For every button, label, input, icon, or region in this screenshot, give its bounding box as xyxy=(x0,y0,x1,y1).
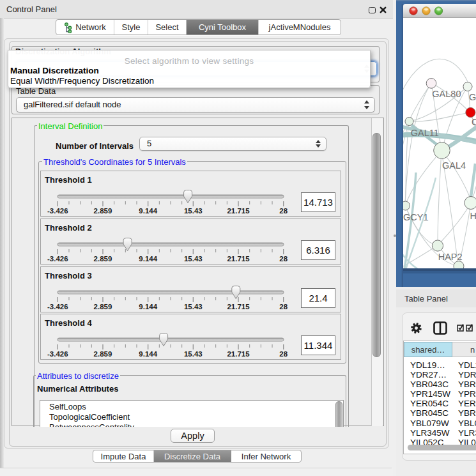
svg-text:-3.426: -3.426 xyxy=(47,350,68,358)
svg-text:28: 28 xyxy=(279,350,288,358)
svg-text:9.144: 9.144 xyxy=(139,207,157,215)
svg-text:21.715: 21.715 xyxy=(227,303,250,311)
svg-text:21.715: 21.715 xyxy=(227,255,250,263)
svg-text:2.859: 2.859 xyxy=(94,255,112,263)
svg-text:15.43: 15.43 xyxy=(184,303,203,311)
svg-text:9.144: 9.144 xyxy=(139,303,157,311)
svg-text:2.859: 2.859 xyxy=(94,207,112,215)
svg-text:C: C xyxy=(472,117,476,127)
svg-text:GAL4: GAL4 xyxy=(442,160,466,171)
svg-text:21.715: 21.715 xyxy=(227,207,250,215)
svg-text:15.43: 15.43 xyxy=(184,207,203,215)
svg-text:9.144: 9.144 xyxy=(139,255,157,263)
svg-text:H: H xyxy=(470,211,476,221)
svg-text:15.43: 15.43 xyxy=(184,255,203,263)
svg-text:21.715: 21.715 xyxy=(227,350,250,358)
svg-text:GA: GA xyxy=(469,92,476,102)
svg-text:28: 28 xyxy=(279,255,288,263)
svg-text:9.144: 9.144 xyxy=(139,350,157,358)
svg-text:2.859: 2.859 xyxy=(94,350,112,358)
svg-text:28: 28 xyxy=(279,207,288,215)
svg-text:15.43: 15.43 xyxy=(184,350,203,358)
svg-text:-3.426: -3.426 xyxy=(47,303,68,311)
svg-text:GAL11: GAL11 xyxy=(411,128,439,138)
svg-text:GCY1: GCY1 xyxy=(403,212,429,222)
svg-text:28: 28 xyxy=(279,303,288,311)
svg-text:HAP2: HAP2 xyxy=(438,252,463,262)
svg-text:-3.426: -3.426 xyxy=(47,207,68,215)
svg-text:GAL80: GAL80 xyxy=(432,89,461,99)
svg-text:2.859: 2.859 xyxy=(94,303,112,311)
svg-text:-3.426: -3.426 xyxy=(47,255,68,263)
